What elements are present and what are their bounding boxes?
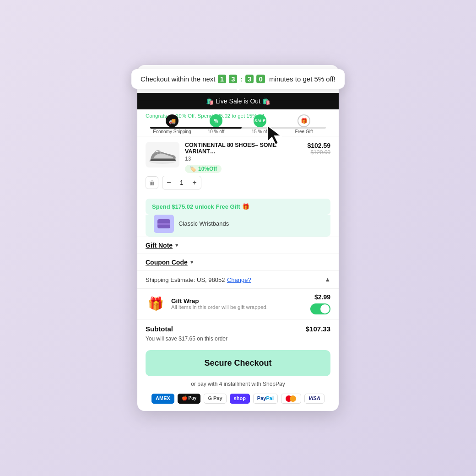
product-variant: 13	[185, 156, 302, 162]
coupon-code-row[interactable]: Coupon Code ▾	[137, 254, 339, 270]
gift-wrap-info: Gift Wrap All items in this order will b…	[171, 298, 305, 310]
shipping-label: Shipping Estimate: US, 98052	[146, 276, 225, 283]
coupon-code-label: Coupon Code	[146, 259, 188, 266]
gift-step-icon: 🎁	[298, 114, 310, 127]
price-column: $102.59 $120.00	[307, 142, 330, 156]
discount-badge-text: 10%Off	[198, 166, 217, 172]
product-original-price: $120.00	[307, 149, 330, 156]
sale-banner-text: 🛍️ Live Sale is Out 🛍️	[206, 97, 270, 105]
timer-digit-1: 1	[218, 75, 226, 83]
cart-modal: Checkout within the next 1 3 : 3 0 minut…	[137, 65, 339, 411]
product-price: $102.59	[307, 142, 330, 149]
subtotal-row: Subtotal $107.33	[137, 319, 339, 335]
wristband-svg	[156, 216, 172, 231]
shipping-step-icon: 🚚	[166, 114, 178, 127]
shipping-section: Shipping Estimate: US, 98052 Change? ▲	[137, 270, 339, 288]
quantity-row: 🗑 − 1 +	[146, 176, 330, 189]
timer-digit-4: 0	[256, 75, 265, 83]
fifteenoff-step-icon: SALE	[254, 114, 266, 127]
visa-icon: VISA	[304, 394, 325, 404]
delete-item-button[interactable]: 🗑	[146, 176, 158, 189]
timer-suffix: minutes to get 5% off!	[269, 75, 335, 83]
classic-wristbands-row: Classic Wristbands	[146, 215, 330, 237]
product-image	[146, 142, 179, 168]
shipping-step-label: Economy Shipping	[153, 129, 191, 134]
gift-wrap-title: Gift Wrap	[171, 298, 305, 304]
gift-wrap-icon: 🎁	[146, 294, 166, 314]
shipping-info: Shipping Estimate: US, 98052 Change?	[146, 276, 251, 284]
quantity-increase-button[interactable]: +	[188, 176, 201, 189]
free-gift-banner: Spend $175.02 unlock Free Gift 🎁	[146, 199, 330, 215]
gift-note-row[interactable]: Gift Note ▾	[137, 237, 339, 254]
timer-tooltip: Checkout within the next 1 3 : 3 0 minut…	[131, 69, 345, 89]
quantity-value: 1	[175, 179, 188, 186]
google-pay-icon: G Pay	[204, 394, 226, 404]
apple-pay-icon: 🍎 Pay	[178, 394, 201, 404]
free-gift-text: Spend $175.02 unlock Free Gift 🎁	[152, 203, 249, 210]
shop-pay-icon: shop	[230, 394, 250, 404]
gift-step-label: Free Gift	[295, 129, 313, 134]
gift-wrap-toggle[interactable]	[310, 303, 330, 314]
timer-prefix: Checkout within the next	[141, 75, 215, 83]
wristband-image	[154, 215, 174, 233]
gift-wrap-section: 🎁 Gift Wrap All items in this order will…	[137, 288, 339, 319]
savings-text: You will save $17.65 on this order	[137, 335, 339, 346]
gift-note-chevron: ▾	[175, 242, 178, 249]
mastercard-icon	[281, 394, 301, 404]
gift-wrap-description: All items in this order will be gift wra…	[171, 304, 305, 310]
discount-badge: 🏷️ 10%Off	[185, 165, 222, 173]
subtotal-label: Subtotal	[146, 325, 173, 333]
coupon-code-chevron: ▾	[190, 259, 194, 265]
amex-payment-icon: AMEX	[151, 394, 174, 404]
shoe-svg	[147, 145, 178, 165]
gift-wrap-price: $2.99	[314, 293, 330, 301]
timer-colon: :	[240, 75, 243, 83]
quantity-control: − 1 +	[162, 176, 201, 189]
product-info: CONTINENTAL 80 SHOES– SOME VARIANT… 13 🏷…	[185, 142, 302, 173]
timer-digit-3: 3	[245, 75, 254, 83]
tenoff-step-icon: %	[210, 114, 222, 127]
tenoff-step-label: 10 % off	[208, 129, 225, 134]
paypal-icon: PayPal	[253, 394, 278, 404]
checkout-button[interactable]: Secure Checkout	[146, 350, 330, 376]
sale-banner: 🛍️ Live Sale is Out 🛍️	[137, 93, 339, 109]
shoppay-text: or pay with 4 installment with ShopPay	[191, 381, 285, 387]
toggle-knob	[320, 304, 330, 314]
timer-digit-2: 3	[229, 75, 237, 83]
svg-rect-2	[157, 223, 170, 225]
tag-icon: 🏷️	[189, 166, 196, 172]
fifteenoff-step-label: 15 % off	[252, 129, 269, 134]
quantity-decrease-button[interactable]: −	[162, 176, 175, 189]
gift-note-label: Gift Note	[146, 242, 173, 249]
shipping-chevron-up[interactable]: ▲	[325, 276, 330, 283]
payment-icons: AMEX 🍎 Pay G Pay shop PayPal VISA	[137, 391, 339, 411]
gift-wrap-right: $2.99	[310, 293, 330, 314]
progress-section: Congrats on 10% Off. Spend $25.02 to get…	[137, 109, 339, 136]
shipping-change-link[interactable]: Change?	[227, 276, 251, 283]
wristband-name: Classic Wristbands	[178, 220, 229, 227]
shoppay-row: or pay with 4 installment with ShopPay	[137, 381, 339, 391]
subtotal-amount: $107.33	[306, 325, 330, 333]
product-row: CONTINENTAL 80 SHOES– SOME VARIANT… 13 🏷…	[146, 142, 330, 173]
product-name: CONTINENTAL 80 SHOES– SOME VARIANT…	[185, 142, 302, 155]
product-section: CONTINENTAL 80 SHOES– SOME VARIANT… 13 🏷…	[137, 136, 339, 195]
